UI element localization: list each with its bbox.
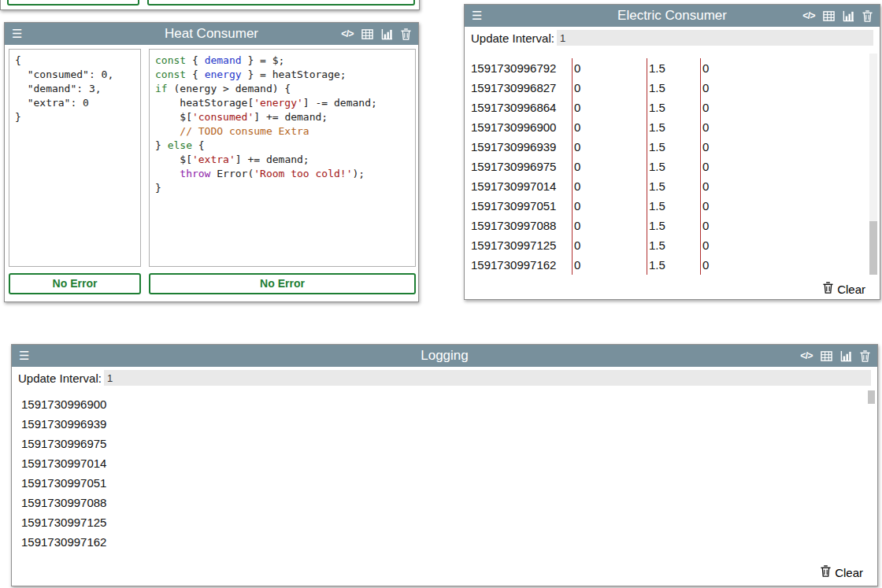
heat-consumer-panel: ☰ Heat Consumer </> { "consumed": 0, "de… [4, 22, 419, 302]
chart-icon[interactable] [381, 28, 393, 40]
dashboard: No Error No Error ☰ Heat Consumer </> { … [0, 0, 882, 588]
error-status-button[interactable]: No Error [147, 0, 415, 6]
update-interval-label: Update Interval: [471, 31, 554, 45]
trash-icon[interactable] [862, 10, 873, 22]
heat-panel-header: ☰ Heat Consumer </> [5, 23, 418, 45]
chart-icon[interactable] [843, 10, 854, 22]
electric-consumer-panel: ☰ Electric Consumer </> Update Interval:… [464, 4, 880, 300]
table-row: 159173099705101.50 [471, 196, 861, 216]
trash-icon[interactable] [860, 350, 870, 362]
table-row: 159173099708801.50 [471, 216, 861, 235]
update-interval-input[interactable] [104, 370, 871, 386]
menu-icon[interactable]: ☰ [12, 345, 36, 367]
clear-button[interactable]: Clear [823, 282, 865, 296]
table-icon[interactable] [821, 350, 832, 362]
code-editor[interactable]: const { demand } = $;const { energy } = … [149, 49, 416, 267]
clear-button[interactable]: Clear [821, 565, 863, 579]
scrollbar-thumb[interactable] [868, 390, 875, 404]
code-icon[interactable]: </> [341, 28, 354, 39]
header-icon-group: </> [800, 350, 877, 362]
table-row: 159173099693901.50 [471, 137, 861, 157]
log-row: 1591730996900 [21, 394, 856, 414]
menu-icon[interactable]: ☰ [465, 5, 489, 27]
menu-icon[interactable]: ☰ [5, 23, 29, 45]
log-row: 1591730997051 [21, 473, 856, 493]
log-row: 1591730997162 [21, 532, 856, 552]
table-row: 159173099682701.50 [471, 78, 861, 98]
table-row: 159173099686401.50 [471, 98, 861, 117]
table-icon[interactable] [361, 28, 373, 40]
code-icon[interactable]: </> [800, 350, 813, 361]
value-table: 159173099679201.50159173099682701.501591… [471, 58, 861, 275]
scrollbar[interactable] [869, 54, 877, 275]
clear-label: Clear [837, 283, 865, 296]
update-interval-input[interactable] [557, 30, 873, 46]
panel-title: Heat Consumer [165, 23, 258, 45]
error-status-button[interactable]: No Error [149, 273, 416, 294]
logging-panel: ☰ Logging </> Update Interval: 159173099… [11, 344, 878, 586]
log-row: 1591730997014 [21, 453, 856, 473]
table-row: 159173099697501.50 [471, 157, 861, 176]
table-row: 159173099690001.50 [471, 117, 861, 137]
trash-icon[interactable] [401, 28, 411, 40]
log-row: 1591730997088 [21, 493, 856, 512]
code-icon[interactable]: </> [802, 10, 815, 21]
error-status-button[interactable]: No Error [9, 273, 141, 294]
chart-icon[interactable] [840, 350, 852, 362]
partial-panel: No Error No Error [0, 0, 420, 10]
table-row: 159173099701401.50 [471, 176, 861, 196]
log-row: 1591730996939 [21, 414, 856, 434]
panel-title: Logging [421, 345, 469, 367]
trash-icon [821, 565, 831, 579]
electric-panel-header: ☰ Electric Consumer </> [465, 5, 880, 27]
clear-label: Clear [835, 566, 863, 579]
panel-title: Electric Consumer [617, 5, 727, 27]
header-icon-group: </> [802, 10, 880, 22]
trash-icon [823, 282, 833, 296]
logging-panel-header: ☰ Logging </> [12, 345, 877, 367]
table-row: 159173099716201.50 [471, 255, 861, 275]
header-icon-group: </> [341, 28, 418, 40]
error-status-button[interactable]: No Error [7, 0, 139, 6]
table-row: 159173099679201.50 [471, 58, 861, 78]
table-icon[interactable] [823, 10, 835, 22]
scrollbar[interactable] [868, 390, 875, 556]
scrollbar-thumb[interactable] [869, 221, 877, 275]
log-list: 1591730996900159173099693915917309969751… [21, 394, 856, 552]
log-row: 1591730997125 [21, 512, 856, 532]
state-json-editor[interactable]: { "consumed": 0, "demand": 3, "extra": 0… [9, 49, 141, 267]
log-row: 1591730996975 [21, 434, 856, 453]
table-row: 159173099712501.50 [471, 235, 861, 255]
update-interval-label: Update Interval: [18, 372, 102, 385]
